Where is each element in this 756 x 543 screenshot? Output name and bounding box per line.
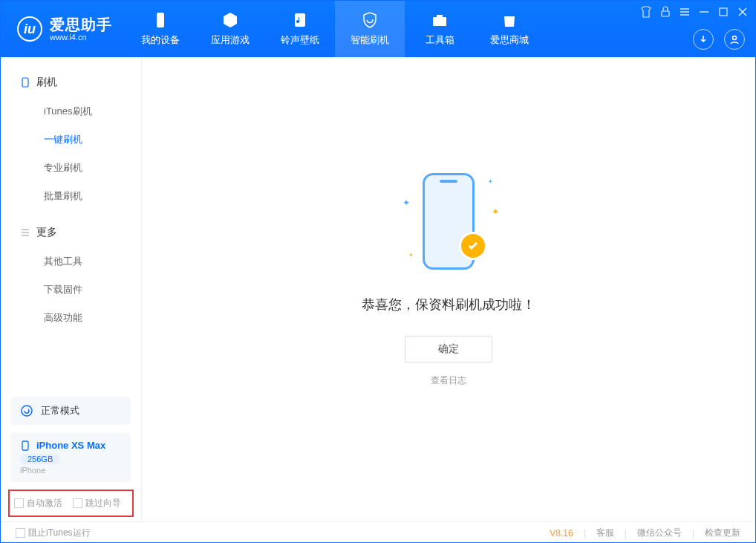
tab-toolbox[interactable]: 工具箱: [405, 1, 475, 57]
sidebar-item-pro-flash[interactable]: 专业刷机: [1, 154, 141, 182]
tab-label: 工具箱: [426, 33, 454, 47]
tab-label: 我的设备: [141, 33, 180, 47]
device-icon: [20, 77, 30, 88]
tab-label: 爱思商城: [490, 33, 529, 47]
checkbox-auto-activate[interactable]: 自动激活: [14, 497, 62, 510]
header-tabs: 我的设备 应用游戏 铃声壁纸 智能刷机 工具箱 爱思商城: [126, 1, 544, 57]
minimize-icon[interactable]: [697, 5, 711, 19]
sparkle-icon: ✦: [492, 207, 499, 217]
sidebar-item-batch-flash[interactable]: 批量刷机: [1, 182, 141, 210]
window-controls: [639, 5, 749, 19]
support-link[interactable]: 客服: [596, 527, 614, 539]
checkbox-block-itunes[interactable]: 阻止iTunes运行: [16, 527, 91, 539]
svg-rect-5: [720, 8, 727, 16]
success-illustration: ✦ ✦ ✦ ✦: [389, 162, 508, 281]
tab-label: 应用游戏: [211, 33, 250, 47]
toolbox-icon: [431, 11, 449, 29]
footer: 阻止iTunes运行 V8.16 | 客服 | 微信公众号 | 检查更新: [1, 521, 755, 543]
tab-label: 铃声壁纸: [281, 33, 319, 47]
sidebar-group-more: 更多: [1, 221, 141, 244]
svg-rect-4: [662, 11, 669, 16]
sidebar-item-oneclick-flash[interactable]: 一键刷机: [1, 126, 141, 154]
svg-rect-2: [433, 17, 446, 26]
svg-rect-9: [22, 441, 28, 450]
refresh-icon: [20, 404, 33, 417]
sidebar-group-flash: 刷机: [1, 71, 141, 94]
download-button[interactable]: [693, 29, 714, 50]
wechat-link[interactable]: 微信公众号: [637, 527, 682, 539]
sidebar-item-advanced[interactable]: 高级功能: [1, 304, 141, 332]
tab-ringtones-wallpapers[interactable]: 铃声壁纸: [265, 1, 335, 57]
tab-smart-flash[interactable]: 智能刷机: [335, 1, 405, 57]
lock-icon[interactable]: [659, 5, 672, 19]
sidebar-group-label: 更多: [36, 226, 57, 239]
account-button[interactable]: [724, 29, 745, 50]
main-content: ✦ ✦ ✦ ✦ 恭喜您，保资料刷机成功啦！ 确定 查看日志: [142, 57, 755, 521]
tab-label: 智能刷机: [351, 33, 389, 47]
checkbox-skip-guide[interactable]: 跳过向导: [73, 497, 121, 510]
tab-store[interactable]: 爱思商城: [475, 1, 544, 57]
menu-icon[interactable]: [678, 5, 691, 19]
sparkle-icon: ✦: [488, 178, 493, 185]
svg-rect-3: [437, 15, 443, 17]
version-label: V8.16: [550, 528, 573, 539]
maximize-icon[interactable]: [717, 5, 730, 19]
device-card[interactable]: iPhone XS Max 256GB iPhone: [11, 432, 131, 482]
sidebar-item-download-firmware[interactable]: 下载固件: [1, 276, 141, 304]
svg-rect-1: [295, 13, 305, 27]
tab-apps-games[interactable]: 应用游戏: [195, 1, 265, 57]
close-icon[interactable]: [736, 5, 749, 19]
list-icon: [20, 227, 30, 238]
view-log-link[interactable]: 查看日志: [431, 374, 466, 387]
phone-icon: [151, 11, 169, 29]
success-message: 恭喜您，保资料刷机成功啦！: [362, 296, 535, 313]
cube-icon: [221, 11, 239, 29]
checkmark-badge-icon: [459, 232, 487, 260]
shopping-bag-icon: [501, 11, 518, 29]
tab-my-device[interactable]: 我的设备: [126, 1, 195, 57]
app-title: 爱思助手: [50, 16, 112, 33]
mode-card[interactable]: 正常模式: [11, 397, 131, 425]
music-note-icon: [291, 11, 309, 29]
logo-icon: iu: [17, 16, 42, 42]
sparkle-icon: ✦: [403, 198, 410, 208]
flash-options-highlight: 自动激活 跳过向导: [8, 490, 134, 517]
svg-rect-0: [157, 13, 164, 27]
tshirt-icon[interactable]: [639, 5, 653, 19]
svg-point-8: [22, 406, 32, 416]
ok-button[interactable]: 确定: [405, 336, 492, 362]
check-update-link[interactable]: 检查更新: [705, 527, 740, 539]
device-storage-badge: 256GB: [20, 454, 60, 464]
shield-refresh-icon: [361, 11, 379, 29]
body: 刷机 iTunes刷机 一键刷机 专业刷机 批量刷机 更多 其他工具 下载固件 …: [1, 57, 755, 521]
app-subtitle: www.i4.cn: [50, 33, 112, 42]
sparkle-icon: ✦: [408, 252, 414, 259]
app-logo: iu 爱思助手 www.i4.cn: [1, 16, 126, 42]
mode-label: 正常模式: [41, 404, 79, 417]
device-type: iPhone: [20, 466, 122, 475]
header-actions: [693, 29, 745, 50]
header: iu 爱思助手 www.i4.cn 我的设备 应用游戏 铃声壁纸 智能刷机 工具…: [1, 1, 755, 57]
sidebar-item-other-tools[interactable]: 其他工具: [1, 247, 141, 276]
device-name-text: iPhone XS Max: [36, 440, 105, 451]
svg-point-6: [733, 36, 737, 40]
sidebar: 刷机 iTunes刷机 一键刷机 专业刷机 批量刷机 更多 其他工具 下载固件 …: [1, 57, 142, 521]
svg-rect-7: [22, 78, 28, 87]
sidebar-item-itunes-flash[interactable]: iTunes刷机: [1, 97, 141, 126]
sidebar-group-label: 刷机: [36, 76, 57, 89]
phone-small-icon: [20, 440, 30, 451]
